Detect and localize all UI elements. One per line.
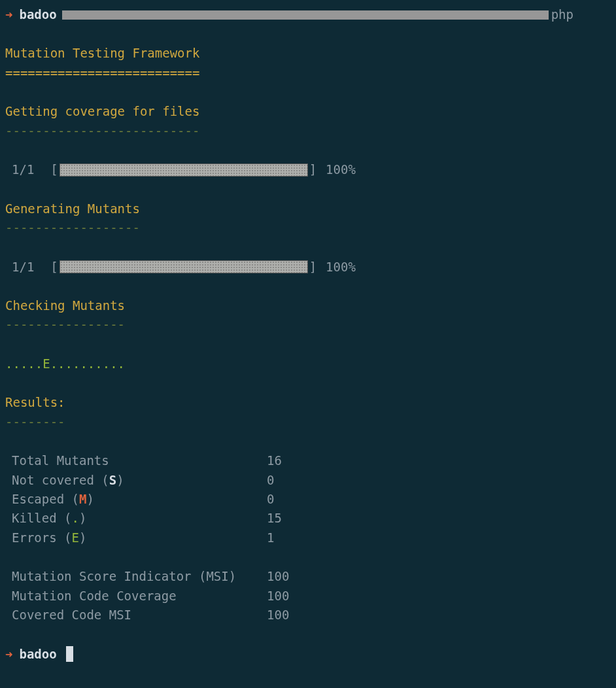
dot-killed-icon: ..... — [5, 356, 43, 371]
framework-underline: ========================== — [5, 63, 611, 82]
result-value: 100 — [267, 567, 289, 586]
terminal-output: ➜ badoo php Mutation Testing Framework =… — [0, 0, 616, 669]
result-row-ccmsi: Covered Code MSI 100 — [12, 606, 611, 625]
result-label: Not covered (S) — [12, 471, 267, 490]
cursor-icon — [66, 646, 73, 662]
result-row-notcovered: Not covered (S) 0 — [12, 471, 611, 490]
result-label: Total Mutants — [12, 451, 267, 470]
symbol-e-icon: E — [72, 530, 79, 545]
generating-section-title: Generating Mutants — [5, 199, 611, 218]
result-value: 15 — [267, 509, 282, 528]
symbol-dot-icon: . — [72, 511, 79, 525]
checking-underline: ---------------- — [5, 315, 611, 334]
framework-title: Mutation Testing Framework — [5, 44, 611, 63]
result-row-total: Total Mutants 16 — [12, 451, 611, 470]
prompt-hostname: badoo — [19, 645, 56, 664]
generating-counter: 1/1 — [12, 258, 34, 277]
result-label: Errors (E) — [12, 528, 267, 547]
result-value: 16 — [267, 451, 282, 470]
prompt-arrow-icon: ➜ — [5, 5, 12, 24]
result-row-killed: Killed (.) 15 — [12, 509, 611, 528]
bracket-open-icon: [ — [35, 160, 58, 179]
generating-underline: ------------------ — [5, 218, 611, 237]
mutant-results-dots: .....E.......... — [5, 354, 611, 373]
result-value: 100 — [267, 587, 289, 606]
result-label: Escaped (M) — [12, 490, 267, 509]
result-value: 0 — [267, 471, 274, 490]
coverage-underline: -------------------------- — [5, 122, 611, 141]
results-title: Results: — [5, 393, 611, 412]
results-underline: -------- — [5, 413, 611, 432]
generating-progress-line: 1/1 [ ] 100% — [5, 258, 611, 277]
symbol-m-icon: M — [79, 492, 86, 506]
result-value: 100 — [267, 606, 289, 625]
result-label: Mutation Score Indicator (MSI) — [12, 567, 267, 586]
result-row-mcc: Mutation Code Coverage 100 — [12, 587, 611, 606]
symbol-s-icon: S — [109, 473, 116, 487]
result-row-errors: Errors (E) 1 — [12, 528, 611, 547]
coverage-progress-bar — [60, 163, 308, 177]
bracket-open-icon: [ — [35, 258, 58, 277]
result-value: 0 — [267, 490, 274, 509]
bracket-close-icon: ] — [309, 160, 317, 179]
result-label: Killed (.) — [12, 509, 267, 528]
prompt-arrow-icon: ➜ — [5, 645, 12, 664]
checking-section-title: Checking Mutants — [5, 296, 611, 315]
results-table: Total Mutants 16 Not covered (S) 0 Escap… — [5, 451, 611, 625]
result-value: 1 — [267, 528, 274, 547]
coverage-counter: 1/1 — [12, 160, 34, 179]
result-row-msi: Mutation Score Indicator (MSI) 100 — [12, 567, 611, 586]
prompt-hostname: badoo — [19, 5, 56, 24]
coverage-progress-line: 1/1 [ ] 100% — [5, 160, 611, 179]
generating-progress-bar — [60, 260, 308, 273]
error-marker-icon: E — [43, 356, 50, 371]
result-label: Mutation Code Coverage — [12, 587, 267, 606]
coverage-section-title: Getting coverage for files — [5, 102, 611, 121]
generating-percent: 100% — [326, 258, 356, 277]
command-prompt-line: ➜ badoo php — [5, 5, 611, 24]
command-prompt-ready[interactable]: ➜ badoo — [5, 645, 611, 664]
file-extension: php — [551, 5, 573, 24]
bracket-close-icon: ] — [309, 258, 317, 277]
redacted-path-bar — [62, 10, 549, 20]
coverage-percent: 100% — [326, 160, 356, 179]
result-label: Covered Code MSI — [12, 606, 267, 625]
result-row-escaped: Escaped (M) 0 — [12, 490, 611, 509]
dot-killed-icon: .......... — [50, 356, 125, 371]
